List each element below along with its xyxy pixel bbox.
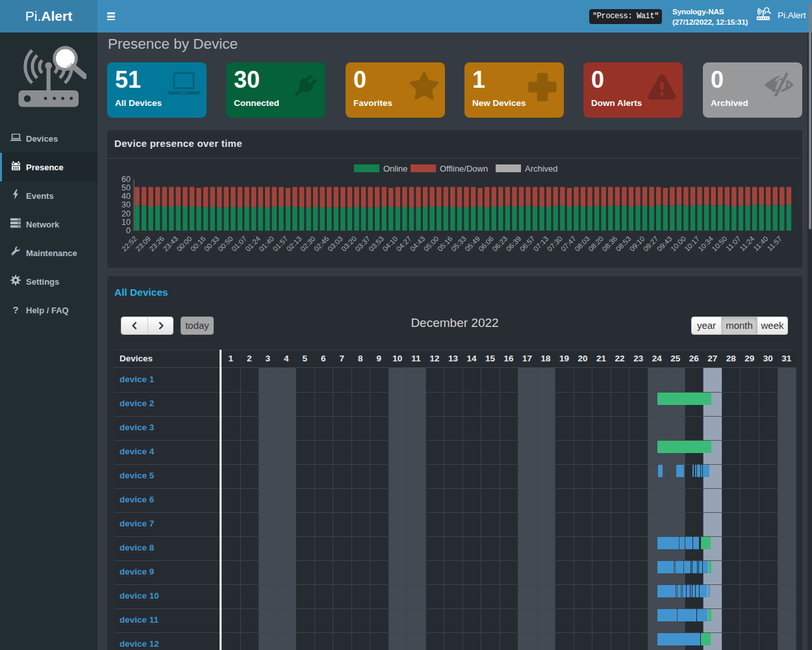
svg-text:00:50: 00:50 bbox=[216, 235, 235, 253]
svg-text:08:36: 08:36 bbox=[600, 235, 618, 253]
svg-text:09:43: 09:43 bbox=[655, 235, 674, 253]
svg-text:06:39: 06:39 bbox=[504, 235, 522, 253]
svg-text:00:00: 00:00 bbox=[175, 235, 193, 253]
svg-text:11:07: 11:07 bbox=[724, 235, 742, 252]
svg-text:22:52: 22:52 bbox=[120, 235, 138, 253]
svg-text:40: 40 bbox=[121, 192, 131, 201]
svg-text:23:43: 23:43 bbox=[161, 235, 179, 253]
svg-text:09:10: 09:10 bbox=[628, 235, 646, 253]
svg-text:10: 10 bbox=[121, 218, 131, 227]
svg-text:Archived: Archived bbox=[525, 164, 558, 174]
svg-text:05:33: 05:33 bbox=[450, 235, 468, 253]
svg-text:07:13: 07:13 bbox=[532, 235, 550, 253]
svg-text:10:50: 10:50 bbox=[710, 235, 728, 253]
svg-text:06:23: 06:23 bbox=[490, 235, 509, 253]
svg-text:04:43: 04:43 bbox=[409, 235, 427, 253]
svg-text:03:20: 03:20 bbox=[340, 235, 358, 253]
svg-text:03:03: 03:03 bbox=[326, 235, 344, 253]
svg-text:0: 0 bbox=[126, 226, 131, 235]
svg-text:05:16: 05:16 bbox=[436, 235, 454, 253]
svg-text:11:40: 11:40 bbox=[752, 235, 769, 252]
svg-text:06:57: 06:57 bbox=[518, 235, 537, 253]
svg-text:60: 60 bbox=[121, 175, 131, 184]
svg-text:10:00: 10:00 bbox=[669, 235, 687, 253]
svg-text:23:26: 23:26 bbox=[147, 235, 166, 253]
svg-text:11:24: 11:24 bbox=[738, 235, 755, 252]
svg-text:08:20: 08:20 bbox=[587, 235, 605, 253]
svg-text:04:27: 04:27 bbox=[394, 235, 412, 253]
svg-text:11:57: 11:57 bbox=[765, 235, 783, 252]
svg-text:01:57: 01:57 bbox=[271, 235, 289, 253]
svg-text:30: 30 bbox=[121, 200, 131, 209]
svg-text:50: 50 bbox=[121, 183, 131, 192]
svg-text:08:03: 08:03 bbox=[573, 235, 591, 253]
svg-text:07:30: 07:30 bbox=[546, 235, 564, 253]
svg-text:10:17: 10:17 bbox=[683, 235, 701, 253]
svg-text:20: 20 bbox=[121, 209, 131, 218]
svg-text:03:53: 03:53 bbox=[367, 235, 385, 253]
svg-text:02:30: 02:30 bbox=[299, 235, 317, 253]
svg-text:06:06: 06:06 bbox=[477, 235, 495, 253]
svg-text:02:13: 02:13 bbox=[285, 235, 303, 253]
svg-text:01:40: 01:40 bbox=[257, 235, 275, 253]
svg-text:01:24: 01:24 bbox=[244, 235, 262, 253]
svg-text:02:46: 02:46 bbox=[312, 235, 331, 253]
svg-text:00:16: 00:16 bbox=[189, 235, 207, 253]
svg-text:04:10: 04:10 bbox=[381, 235, 399, 253]
svg-text:01:07: 01:07 bbox=[230, 235, 248, 253]
svg-text:Online: Online bbox=[383, 164, 408, 174]
svg-text:05:49: 05:49 bbox=[463, 235, 481, 253]
svg-text:08:53: 08:53 bbox=[614, 235, 632, 253]
svg-text:07:47: 07:47 bbox=[559, 235, 577, 253]
svg-text:05:00: 05:00 bbox=[422, 235, 440, 253]
svg-text:09:27: 09:27 bbox=[642, 235, 660, 253]
svg-text:03:37: 03:37 bbox=[353, 235, 372, 253]
svg-text:Offline/Down: Offline/Down bbox=[440, 164, 488, 174]
svg-text:10:34: 10:34 bbox=[696, 235, 715, 253]
svg-text:00:33: 00:33 bbox=[203, 235, 221, 253]
svg-text:23:09: 23:09 bbox=[134, 235, 152, 253]
